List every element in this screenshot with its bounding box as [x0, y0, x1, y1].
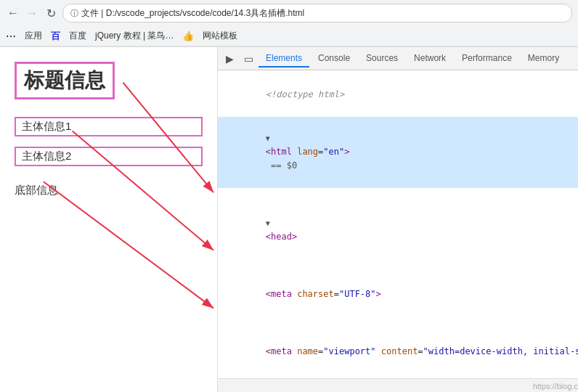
head-triangle[interactable]: [266, 219, 270, 227]
meta-compat-line: <meta http-equiv="X-UA-Compatible" conte…: [218, 373, 578, 378]
lock-icon: ⓘ: [70, 8, 78, 19]
devtools-panel: ▶ ▭ Elements Console Sources Network Per…: [218, 47, 578, 392]
page-body1: 主体信息1: [15, 117, 203, 136]
address-bar[interactable]: ⓘ 文件 | D:/vscode_projects/vscode/code/14…: [62, 4, 572, 23]
refresh-button[interactable]: ↻: [44, 6, 58, 20]
meta-charset-line: <meta charset="UTF-8">: [218, 258, 578, 316]
baidu-icon: 百: [51, 30, 60, 43]
forward-button[interactable]: →: [25, 6, 39, 20]
watermark: https://blog.csdn.net/xhmse: [533, 382, 578, 391]
bookmark-template[interactable]: 网站模板: [203, 30, 237, 42]
page-body2: 主体信息2: [15, 147, 203, 166]
page-footer: 底部信息: [15, 184, 203, 197]
bookmark-jquery[interactable]: jQuery 教程 | 菜鸟…: [95, 30, 174, 42]
main-area: 标题信息 主体信息1 主体信息2 底部信息 ▶ ▭: [0, 47, 578, 392]
html-triangle[interactable]: [266, 134, 270, 142]
devtools-tabs: ▶ ▭ Elements Console Sources Network Per…: [218, 47, 578, 70]
template-icon: 👍: [182, 30, 194, 41]
inspect-icon[interactable]: ▶: [221, 50, 238, 68]
doctype-line: <!doctype html>: [218, 73, 578, 117]
nav-bar: ← → ↻ ⓘ 文件 | D:/vscode_projects/vscode/c…: [0, 0, 578, 26]
svg-line-3: [44, 181, 213, 308]
meta-viewport-line: <meta name="viewport" content="width=dev…: [218, 316, 578, 373]
devtools-bottom-bar: https://blog.csdn.net/xhmse: [218, 378, 578, 392]
tab-network[interactable]: Network: [407, 50, 453, 68]
back-button[interactable]: ←: [6, 6, 20, 20]
bookmarks-bar: ⋯ 应用 百 百度 jQuery 教程 | 菜鸟… 👍 网站模板: [0, 26, 578, 46]
tab-memory[interactable]: Memory: [521, 50, 566, 68]
head-line[interactable]: <head>: [218, 188, 578, 259]
page-title: 标题信息: [15, 62, 115, 99]
bookmark-baidu[interactable]: 百度: [69, 30, 86, 42]
html-line[interactable]: <html lang="en"> == $0: [218, 117, 578, 188]
tab-sources[interactable]: Sources: [359, 50, 405, 68]
bookmark-apps[interactable]: 应用: [25, 30, 42, 42]
apps-icon: ⋯: [6, 30, 16, 42]
device-icon[interactable]: ▭: [240, 50, 257, 68]
tab-performance[interactable]: Performance: [455, 50, 519, 68]
webpage-panel: 标题信息 主体信息1 主体信息2 底部信息: [0, 47, 218, 392]
tab-elements[interactable]: Elements: [259, 50, 309, 68]
devtools-content[interactable]: <!doctype html> <html lang="en"> == $0 <…: [218, 70, 578, 378]
address-text: 文件 | D:/vscode_projects/vscode/code/14.3…: [81, 7, 304, 20]
tab-console[interactable]: Console: [311, 50, 357, 68]
